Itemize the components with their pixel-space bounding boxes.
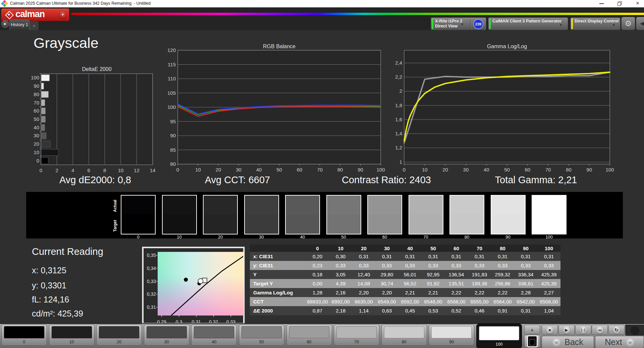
meter-dropdown[interactable]: X-Rite i1Pro 2 Direct View ▼ 239 (431, 17, 486, 30)
svg-text:2: 2 (55, 167, 58, 173)
stop-button[interactable]: ■ (542, 325, 558, 335)
svg-text:20: 20 (216, 167, 221, 172)
pattern-swatch (289, 326, 329, 338)
display-control-dropdown[interactable]: Direct Display Control ▼ (570, 17, 621, 30)
expand-controls-button[interactable]: ▲ (524, 325, 540, 334)
play-button[interactable]: ▶ (558, 325, 575, 335)
table-column-header: 20 (352, 246, 375, 251)
table-cell: 0,33 (398, 263, 422, 268)
svg-text:60: 60 (297, 167, 303, 172)
table-cell: 0,33 (445, 263, 468, 268)
collapse-panel-button[interactable]: ◀ (636, 17, 644, 30)
pattern-level-button-30[interactable]: 30 (144, 325, 190, 346)
svg-text:110: 110 (168, 76, 176, 81)
table-row-label: CCT (250, 299, 306, 304)
add-tab-button[interactable]: + (30, 21, 38, 30)
cie-chromaticity-chart: 0,350,340,330,320,310,290,30,310,320,33 (144, 248, 243, 323)
pattern-level-button-100[interactable]: 100 (476, 324, 522, 348)
svg-text:1,6: 1,6 (395, 117, 402, 122)
refresh-button[interactable]: ↻ (608, 325, 625, 335)
svg-text:10: 10 (118, 167, 124, 173)
table-cell: 0,33 (537, 263, 560, 268)
svg-text:30: 30 (34, 133, 39, 138)
table-cell: 6548,00 (422, 299, 445, 304)
meter-label: X-Rite i1Pro 2 Direct View (435, 19, 462, 29)
pattern-level-label: 60 (287, 340, 332, 344)
loop-button[interactable]: ∞ (592, 325, 608, 335)
strip-level-label: 100 (532, 234, 567, 239)
table-cell: 0,63 (375, 308, 398, 314)
table-cell: 0,33 (468, 263, 491, 268)
table-cell: 29,80 (375, 272, 398, 277)
svg-text:0,31: 0,31 (147, 304, 156, 310)
target-swatch (368, 214, 401, 234)
table-cell: 6564,00 (491, 299, 514, 304)
pattern-level-button-90[interactable]: 90 (429, 325, 474, 346)
strip-level-label: 10 (162, 234, 197, 239)
minimize-button[interactable] (596, 0, 607, 7)
actual-swatch (409, 196, 443, 214)
target-swatch (121, 214, 155, 234)
strip-level-label: 30 (244, 234, 279, 239)
pattern-control-bar: 0102030405060708090100 ▲ ■▶[··]∞↻ « Back… (0, 323, 644, 348)
actual-swatch (368, 196, 401, 214)
strip-swatch-0 (121, 195, 156, 234)
table-cell: 0,33 (352, 263, 375, 268)
table-column-header: 40 (398, 246, 422, 251)
table-row-label: Y (250, 272, 306, 277)
deltae-2000-chart: DeltaE 200002468101214100908070605040302… (28, 66, 159, 176)
meter-position-icon (630, 326, 640, 336)
table-cell: 259,32 (491, 272, 514, 277)
next-button[interactable]: Next » (595, 336, 644, 348)
pattern-level-button-80[interactable]: 80 (381, 325, 427, 346)
table-cell: 0,18 (306, 272, 329, 277)
svg-text:85: 85 (170, 147, 176, 153)
table-cell: 0,31 (375, 254, 398, 259)
restore-icon (618, 1, 622, 6)
svg-text:0,33: 0,33 (147, 279, 156, 284)
pattern-generator-dropdown[interactable]: CalMAN Client 3 Pattern Generator ▼ (488, 17, 568, 30)
pattern-level-button-70[interactable]: 70 (334, 325, 379, 346)
strip-level-label: 20 (203, 234, 238, 239)
pattern-window-button[interactable] (524, 335, 540, 348)
table-cell: 256,86 (491, 281, 514, 286)
strip-swatch-70 (409, 195, 443, 234)
grayscale-swatch-strip: ActualTarget0102030405060708090100 (26, 192, 623, 238)
chevron-down-icon: ▼ (612, 23, 615, 27)
table-cell: 6555,00 (468, 299, 491, 304)
table-cell: 0,31 (352, 254, 375, 259)
table-cell: 1,28 (306, 290, 329, 295)
svg-text:80: 80 (566, 167, 572, 172)
strip-swatch-90 (491, 195, 526, 234)
pattern-level-button-60[interactable]: 60 (286, 325, 332, 346)
pattern-level-button-50[interactable]: 50 (239, 325, 284, 346)
settings-gear-button[interactable]: ⚙ (621, 17, 635, 30)
target-swatch (327, 214, 361, 234)
current-reading-title: Current Reading (32, 246, 103, 257)
tab-scroll-button[interactable]: ▶ (1, 20, 9, 28)
tab-history-1[interactable]: History 1 (9, 19, 30, 30)
pattern-swatch (431, 326, 472, 338)
pattern-level-button-20[interactable]: 20 (96, 325, 142, 346)
pattern-level-button-0[interactable]: 0 (1, 325, 47, 346)
target-swatch (286, 214, 319, 234)
restore-button[interactable] (614, 0, 625, 7)
close-button[interactable]: × (632, 0, 643, 7)
divider (471, 19, 471, 28)
table-cell: 1,04 (537, 308, 560, 314)
table-cell: 0,45 (398, 308, 422, 314)
table-row: Target Y0,004,3914,0830,7456,5291,82135,… (250, 279, 560, 288)
svg-text:0,32: 0,32 (147, 291, 156, 297)
target-swatch (409, 214, 443, 234)
svg-text:20: 20 (34, 141, 39, 147)
svg-text:80: 80 (34, 91, 39, 97)
svg-text:0: 0 (403, 167, 406, 172)
back-button[interactable]: « Back (542, 336, 594, 348)
measurement-table: 0102030405060708090100x: CIE310,200,300,… (250, 245, 560, 315)
table-cell: 6592,00 (398, 299, 422, 304)
step-button[interactable]: [··] (575, 325, 591, 335)
total-gamma-stat: Total Gamma: 2,21 (495, 175, 577, 186)
menu-caret-icon[interactable]: ▼ (59, 11, 66, 18)
pattern-level-button-10[interactable]: 10 (49, 325, 95, 346)
pattern-level-button-40[interactable]: 40 (191, 325, 237, 346)
